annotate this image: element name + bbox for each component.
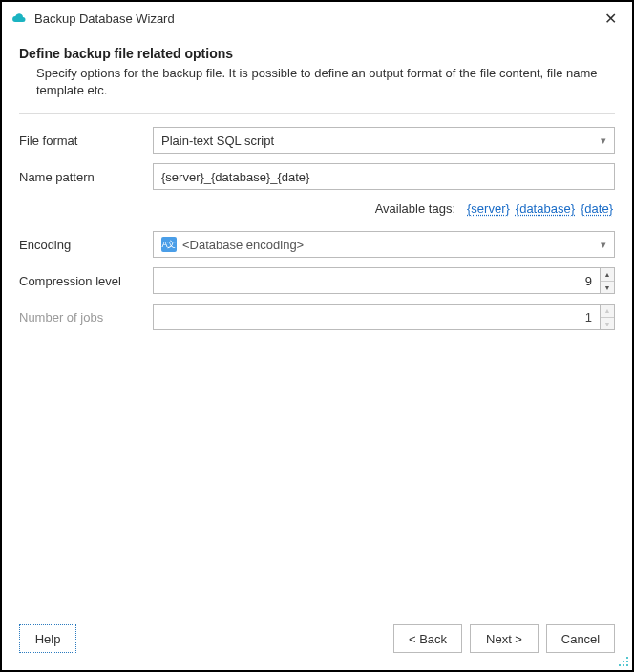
row-file-format: File format Plain-text SQL script ▾ — [19, 127, 615, 154]
compression-input[interactable] — [153, 267, 600, 294]
svg-point-4 — [623, 664, 624, 666]
row-name-pattern: Name pattern — [19, 163, 615, 190]
row-encoding: Encoding A文 <Database encoding> ▾ — [19, 231, 615, 258]
titlebar: Backup Database Wizard ✕ — [2, 2, 632, 34]
jobs-step-down: ▼ — [601, 318, 614, 330]
label-encoding: Encoding — [19, 238, 153, 252]
svg-point-0 — [626, 657, 628, 659]
page-subheading: Specify options for the backup file. It … — [36, 65, 615, 99]
file-format-value: Plain-text SQL script — [161, 134, 274, 148]
divider — [19, 113, 615, 114]
jobs-input — [153, 304, 600, 330]
content-area: Define backup file related options Speci… — [2, 34, 632, 615]
name-pattern-input[interactable] — [161, 170, 606, 184]
window-title: Backup Database Wizard — [34, 11, 599, 26]
tag-server-link[interactable]: {server} — [467, 201, 510, 216]
label-name-pattern: Name pattern — [19, 170, 153, 184]
chevron-down-icon: ▾ — [601, 135, 606, 147]
row-compression: Compression level ▲ ▼ — [19, 267, 615, 294]
encoding-value: <Database encoding> — [182, 238, 304, 252]
svg-point-3 — [619, 664, 621, 666]
chevron-down-icon: ▾ — [601, 239, 606, 251]
jobs-step-up: ▲ — [601, 304, 614, 318]
translate-icon: A文 — [161, 237, 177, 252]
page-heading: Define backup file related options — [19, 46, 615, 61]
jobs-steppers: ▲ ▼ — [600, 304, 615, 330]
jobs-spinner: ▲ ▼ — [153, 304, 615, 330]
compression-step-down[interactable]: ▼ — [601, 282, 614, 294]
svg-point-1 — [623, 661, 624, 662]
svg-point-5 — [626, 664, 628, 666]
compression-steppers: ▲ ▼ — [600, 267, 615, 294]
help-button[interactable]: Help — [19, 624, 76, 653]
compression-step-up[interactable]: ▲ — [601, 268, 614, 282]
cancel-button[interactable]: Cancel — [546, 624, 615, 653]
row-jobs: Number of jobs ▲ ▼ — [19, 304, 615, 330]
available-tags: Available tags: {server} {database} {dat… — [19, 201, 615, 216]
wizard-window: Backup Database Wizard ✕ Define backup f… — [0, 0, 634, 672]
close-button[interactable]: ✕ — [599, 8, 623, 30]
file-format-select[interactable]: Plain-text SQL script ▾ — [153, 127, 615, 154]
tag-date-link[interactable]: {date} — [581, 201, 613, 216]
form: File format Plain-text SQL script ▾ Name… — [19, 127, 615, 330]
encoding-select[interactable]: A文 <Database encoding> ▾ — [153, 231, 615, 258]
svg-point-2 — [626, 661, 628, 662]
resize-grip-icon[interactable] — [618, 656, 629, 667]
compression-spinner[interactable]: ▲ ▼ — [153, 267, 615, 294]
footer: Help < Back Next > Cancel — [2, 615, 632, 670]
app-cloud-icon — [11, 10, 27, 26]
name-pattern-field[interactable] — [153, 163, 615, 190]
label-jobs: Number of jobs — [19, 310, 153, 325]
tag-database-link[interactable]: {database} — [516, 201, 575, 216]
tags-label: Available tags: — [375, 201, 455, 216]
back-button[interactable]: < Back — [393, 624, 462, 653]
label-file-format: File format — [19, 134, 153, 148]
next-button[interactable]: Next > — [470, 624, 539, 653]
label-compression: Compression level — [19, 274, 153, 288]
